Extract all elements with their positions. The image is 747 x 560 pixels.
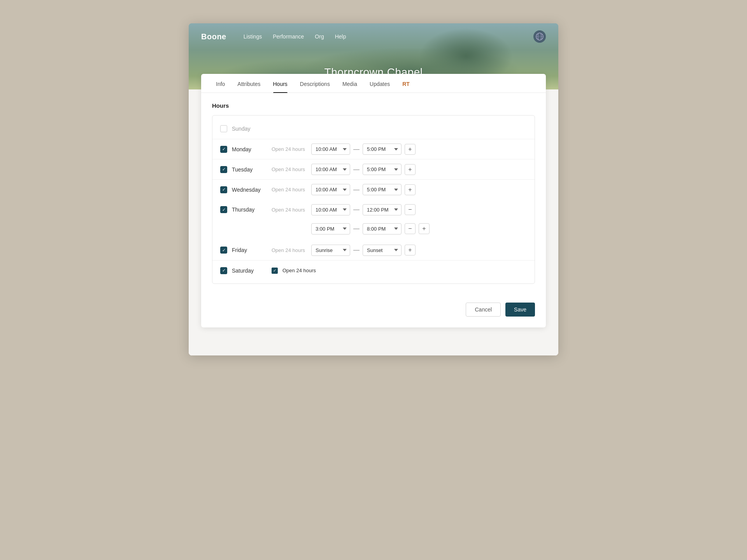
thursday-dash-2: — <box>353 225 359 232</box>
thursday-time-range-1: 10:00 AM — 12:00 PM − <box>311 204 416 215</box>
cancel-button[interactable]: Cancel <box>466 303 501 317</box>
tab-media[interactable]: Media <box>337 74 363 93</box>
sunday-checkbox[interactable] <box>220 125 227 132</box>
friday-dash: — <box>353 247 359 254</box>
nav-link-org[interactable]: Org <box>315 33 324 40</box>
day-row-wednesday: Wednesday Open 24 hours 10:00 AM — 5:00 … <box>212 179 535 200</box>
save-button[interactable]: Save <box>505 303 535 317</box>
friday-open24[interactable]: Open 24 hours <box>272 247 307 253</box>
wednesday-open24[interactable]: Open 24 hours <box>272 187 307 192</box>
thursday-remove-btn-1[interactable]: − <box>405 204 416 215</box>
tuesday-checkbox[interactable] <box>220 166 227 173</box>
monday-checkbox[interactable] <box>220 146 227 153</box>
wednesday-time-range: 10:00 AM — 5:00 PM + <box>311 184 416 195</box>
thursday-add-btn-2[interactable]: + <box>419 223 430 234</box>
day-row-thursday-1: Thursday Open 24 hours 10:00 AM — 12:00 … <box>212 200 535 220</box>
monday-dash: — <box>353 146 359 153</box>
monday-label: Monday <box>232 146 267 152</box>
card-body: Hours Sunday Monday Open 24 hours <box>201 93 546 295</box>
thursday-label: Thursday <box>232 206 267 213</box>
nav-link-performance[interactable]: Performance <box>273 33 304 40</box>
thursday-open-time-2[interactable]: 3:00 PM <box>311 223 350 234</box>
thursday-dash-1: — <box>353 206 359 213</box>
wednesday-label: Wednesday <box>232 187 267 193</box>
saturday-checkbox[interactable] <box>220 267 227 274</box>
friday-close-time[interactable]: Sunset <box>363 245 402 256</box>
wednesday-close-time[interactable]: 5:00 PM <box>363 184 402 195</box>
nav-link-listings[interactable]: Listings <box>244 33 262 40</box>
friday-checkbox[interactable] <box>220 247 227 254</box>
tab-bar: Info Attributes Hours Descriptions Media… <box>201 74 546 93</box>
wednesday-checkbox[interactable] <box>220 186 227 193</box>
monday-close-time[interactable]: 5:00 PM4:00 PM6:00 PM <box>363 144 402 155</box>
browser-window: Boone Listings Performance Org Help Thor… <box>189 23 558 355</box>
nav-bar: Boone Listings Performance Org Help <box>189 23 558 50</box>
day-row-thursday-container: Thursday Open 24 hours 10:00 AM — 12:00 … <box>212 200 535 240</box>
section-title: Hours <box>212 102 535 109</box>
day-row-saturday: Saturday Open 24 hours <box>212 260 535 280</box>
day-row-thursday-2: 3:00 PM — 8:00 PM − + <box>212 220 535 240</box>
saturday-label: Saturday <box>232 268 267 274</box>
monday-time-range: 10:00 AM9:00 AM11:00 AM — 5:00 PM4:00 PM… <box>311 144 416 155</box>
wednesday-open-time[interactable]: 10:00 AM <box>311 184 350 195</box>
thursday-close-time-2[interactable]: 8:00 PM <box>363 223 402 234</box>
tab-updates[interactable]: Updates <box>364 74 395 93</box>
thursday-open-time-1[interactable]: 10:00 AM <box>311 204 350 215</box>
day-row-friday: Friday Open 24 hours Sunrise — Sunset + <box>212 240 535 260</box>
tuesday-dash: — <box>353 166 359 173</box>
tuesday-open-time[interactable]: 10:00 AM <box>311 164 350 175</box>
thursday-time-range-2: 3:00 PM — 8:00 PM − + <box>311 223 430 234</box>
friday-open-time[interactable]: Sunrise <box>311 245 350 256</box>
thursday-close-time-1[interactable]: 12:00 PM <box>363 204 402 215</box>
tab-attributes[interactable]: Attributes <box>232 74 266 93</box>
sunday-label: Sunday <box>232 126 267 132</box>
tuesday-time-range: 10:00 AM — 5:00 PM + <box>311 164 416 175</box>
tuesday-close-time[interactable]: 5:00 PM <box>363 164 402 175</box>
monday-open24[interactable]: Open 24 hours <box>272 146 307 152</box>
thursday-checkbox[interactable] <box>220 206 227 213</box>
tab-info[interactable]: Info <box>210 74 230 93</box>
tab-descriptions[interactable]: Descriptions <box>295 74 335 93</box>
monday-add-btn[interactable]: + <box>405 144 416 155</box>
friday-add-btn[interactable]: + <box>405 245 416 256</box>
friday-label: Friday <box>232 247 267 253</box>
tuesday-add-btn[interactable]: + <box>405 164 416 175</box>
tuesday-label: Tuesday <box>232 166 267 173</box>
saturday-open24-label[interactable]: Open 24 hours <box>282 268 317 273</box>
brand-logo: Boone <box>201 32 226 41</box>
globe-icon[interactable] <box>533 30 546 43</box>
day-row-monday: Monday Open 24 hours 10:00 AM9:00 AM11:0… <box>212 139 535 159</box>
day-row-sunday: Sunday <box>212 119 535 139</box>
monday-open-time[interactable]: 10:00 AM9:00 AM11:00 AM <box>311 144 350 155</box>
main-card: Info Attributes Hours Descriptions Media… <box>201 74 546 327</box>
nav-link-help[interactable]: Help <box>335 33 346 40</box>
tab-hours[interactable]: Hours <box>268 74 293 93</box>
friday-time-range: Sunrise — Sunset + <box>311 245 416 256</box>
card-footer: Cancel Save <box>201 295 546 327</box>
day-row-tuesday: Tuesday Open 24 hours 10:00 AM — 5:00 PM… <box>212 159 535 179</box>
tab-rt[interactable]: RT <box>397 74 415 93</box>
tuesday-open24[interactable]: Open 24 hours <box>272 166 307 172</box>
saturday-open24-checkbox[interactable] <box>272 268 278 274</box>
wednesday-add-btn[interactable]: + <box>405 184 416 195</box>
hours-grid: Sunday Monday Open 24 hours 10:00 AM9:00… <box>212 115 535 284</box>
thursday-remove-btn-2[interactable]: − <box>405 223 416 234</box>
thursday-open24[interactable]: Open 24 hours <box>272 207 307 213</box>
wednesday-dash: — <box>353 186 359 193</box>
